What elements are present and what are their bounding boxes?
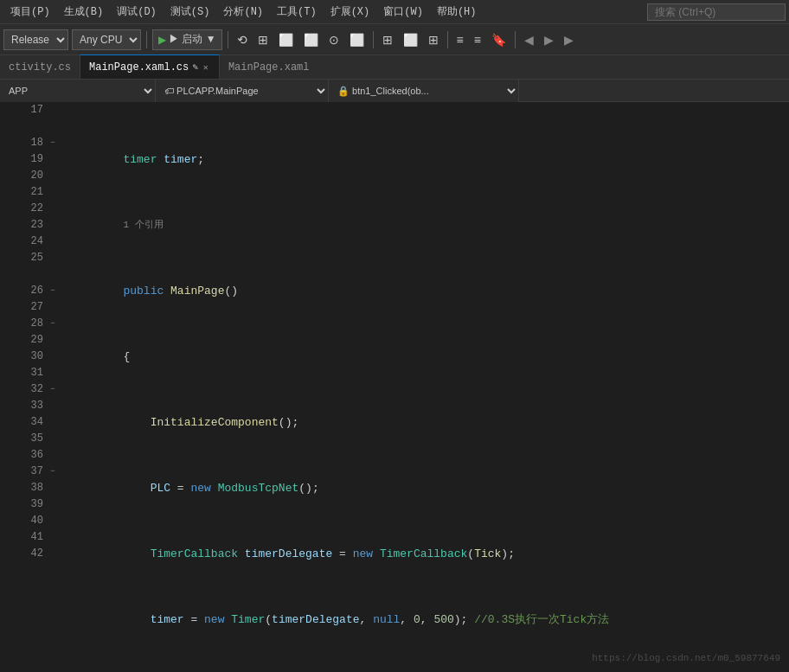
line-num-row: 27 — [10, 299, 59, 316]
line-num-row: 18 − — [10, 135, 59, 151]
line-numbers: 17 18 − 19 20 21 22 — [10, 102, 62, 672]
code-line-17: timer timer; — [69, 151, 789, 168]
toolbar-arrow-icon1[interactable]: ◀ — [521, 29, 537, 50]
nav-bar: APP 🏷 PLCAPP.MainPage 🔒 btn1_Clicked(ob.… — [0, 80, 789, 102]
nav-member-select[interactable]: 🏷 PLCAPP.MainPage — [156, 80, 329, 102]
line-num-row: 17 — [10, 102, 59, 118]
line-num-row: 33 — [10, 398, 59, 414]
toolbar-sep-4 — [447, 31, 448, 48]
line-num-row: 37 − — [10, 464, 59, 480]
tab-mainpage-xaml-label: MainPage.xaml — [228, 61, 310, 74]
expand-37[interactable]: − — [47, 466, 59, 478]
menu-bar: 项目(P) 生成(B) 调试(D) 测试(S) 分析(N) 工具(T) 扩展(X… — [0, 0, 789, 24]
toolbar-sep-2 — [228, 31, 228, 48]
toolbar-format-icon1[interactable]: ≡ — [453, 29, 467, 50]
watermark: https://blog.csdn.net/m0_59877649 — [592, 653, 780, 663]
toolbar-circle-icon[interactable]: ⊙ — [325, 29, 343, 50]
line-num-row: 19 — [10, 151, 59, 168]
line-num-row: 36 — [10, 447, 59, 464]
tab-mainpage-xaml[interactable]: MainPage.xaml — [220, 54, 318, 79]
code-container: 17 18 − 19 20 21 22 — [0, 102, 789, 672]
line-num-row: 42 — [10, 546, 59, 562]
gutter — [0, 102, 10, 672]
menu-extensions[interactable]: 扩展(X) — [324, 1, 377, 22]
toolbar-sep-3 — [373, 31, 374, 48]
line-num-row: 23 — [10, 217, 59, 234]
search-input[interactable] — [647, 3, 786, 21]
tab-mainpage-cs[interactable]: MainPage.xaml.cs ✎ ✕ — [80, 54, 220, 79]
toolbar-square2-icon[interactable]: ⬜ — [300, 29, 322, 50]
line-num-row: 26 − — [10, 283, 59, 299]
tabs-bar: ctivity.cs MainPage.xaml.cs ✎ ✕ MainPage… — [0, 55, 789, 80]
line-num-row: 34 — [10, 414, 59, 431]
line-num-row — [10, 118, 59, 135]
code-line-21: PLC = new ModbusTcpNet(); — [69, 480, 789, 496]
menu-analyze[interactable]: 分析(N) — [216, 1, 270, 22]
toolbar-grid-icon[interactable]: ⊞ — [254, 29, 272, 50]
line-num-row: 32 − — [10, 381, 59, 398]
tab-modified-indicator: ✎ — [192, 61, 198, 73]
line-num-row: 24 — [10, 234, 59, 250]
toolbar-sep-1 — [146, 31, 147, 48]
menu-test[interactable]: 测试(S) — [164, 1, 217, 22]
line-num-row: 35 — [10, 431, 59, 447]
toolbar-nav-icon1[interactable]: ⊞ — [379, 29, 396, 50]
nav-method-select[interactable]: 🔒 btn1_Clicked(ob... — [329, 80, 519, 102]
line-num-row: 20 — [10, 168, 59, 184]
expand-32[interactable]: − — [47, 384, 59, 396]
line-num-row: 28 − — [10, 316, 59, 332]
toolbar-square-icon[interactable]: ⬜ — [275, 29, 297, 50]
line-num-row: 41 — [10, 529, 59, 546]
nav-class-select[interactable]: APP — [0, 80, 156, 102]
code-line-19: { — [69, 349, 789, 365]
toolbar-arrow-icon3[interactable]: ▶ — [561, 29, 577, 50]
menu-window[interactable]: 窗口(W) — [376, 1, 430, 22]
line-num-row: 25 — [10, 250, 59, 266]
config-select[interactable]: Release — [3, 29, 68, 50]
line-num-row: 40 — [10, 513, 59, 529]
menu-project[interactable]: 项目(P) — [3, 1, 57, 22]
toolbar-nav-icon2[interactable]: ⬜ — [400, 29, 421, 50]
expand-18[interactable]: − — [47, 138, 59, 150]
tab-mainpage-cs-label: MainPage.xaml.cs — [89, 61, 189, 74]
code-line-23: timer = new Timer(timerDelegate, null, 0… — [69, 611, 789, 628]
line-num-row: 39 — [10, 496, 59, 513]
line-num-row: 22 — [10, 201, 59, 217]
line-num-row: 21 — [10, 184, 59, 201]
line-num-row — [10, 266, 59, 283]
line-num-row: 30 — [10, 349, 59, 365]
toolbar-format-icon2[interactable]: ≡ — [471, 29, 484, 50]
toolbar-square3-icon[interactable]: ⬜ — [346, 29, 368, 50]
expand-26[interactable]: − — [47, 285, 59, 298]
toolbar-sep-5 — [515, 31, 516, 48]
toolbar: Release Any CPU ▶ ▶ 启动 ▼ ⟲ ⊞ ⬜ ⬜ ⊙ ⬜ ⊞ ⬜… — [0, 24, 789, 55]
menu-tools[interactable]: 工具(T) — [270, 1, 324, 22]
line-num-row: 38 — [10, 480, 59, 496]
toolbar-nav-icon3[interactable]: ⊞ — [425, 29, 442, 50]
line-num-row: 31 — [10, 365, 59, 381]
toolbar-refresh-icon[interactable]: ⟲ — [234, 29, 251, 50]
tab-close-button[interactable]: ✕ — [202, 62, 210, 73]
toolbar-arrow-icon2[interactable]: ▶ — [541, 29, 557, 50]
code-line-22: TimerCallback timerDelegate = new TimerC… — [69, 546, 789, 562]
start-button[interactable]: ▶ ▶ 启动 ▼ — [152, 29, 222, 50]
tab-activity[interactable]: ctivity.cs — [0, 54, 80, 79]
code-line-18: public MainPage() — [69, 283, 789, 299]
tab-activity-label: ctivity.cs — [9, 61, 71, 74]
platform-select[interactable]: Any CPU — [72, 29, 141, 50]
line-num-row: 29 — [10, 332, 59, 349]
menu-build[interactable]: 生成(B) — [57, 1, 111, 22]
toolbar-bookmark-icon[interactable]: 🔖 — [488, 29, 510, 50]
code-editor[interactable]: timer timer; 1 个引用 public MainPage() { I… — [62, 102, 789, 672]
menu-debug[interactable]: 调试(D) — [110, 1, 164, 22]
expand-28[interactable]: − — [47, 318, 59, 330]
menu-help[interactable]: 帮助(H) — [430, 1, 484, 22]
code-refcount-1: 1 个引用 — [69, 217, 789, 234]
code-line-20: InitializeComponent(); — [69, 414, 789, 431]
